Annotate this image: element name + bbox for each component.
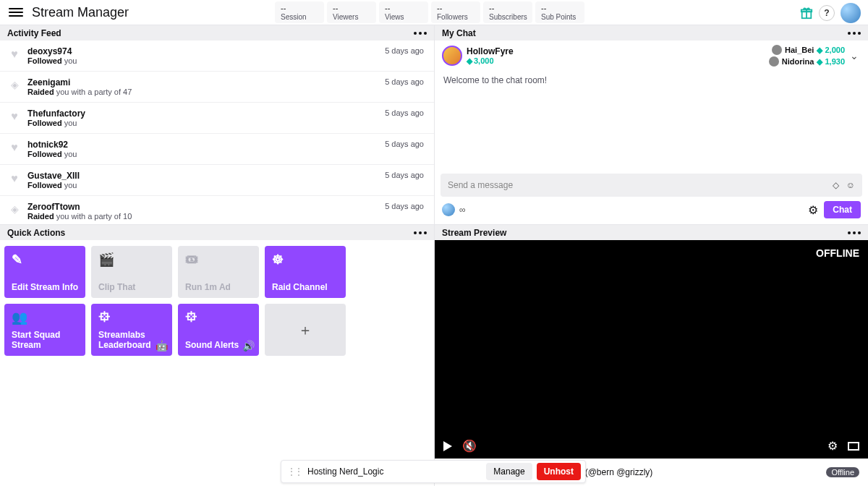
menu-icon[interactable]: [9, 5, 23, 20]
activity-feed: ♥deoxys974Followed you5 days ago ◈Zeenig…: [0, 40, 434, 224]
gift-icon[interactable]: [800, 7, 813, 20]
user-avatar[interactable]: [841, 3, 861, 23]
ticket-icon: 🎟: [185, 252, 252, 265]
raid-icon: ◈: [9, 203, 20, 215]
chat-input[interactable]: Send a message ◇ ☺: [441, 174, 862, 197]
activity-feed-header: Activity Feed: [0, 25, 434, 40]
bits-icon[interactable]: ◇: [833, 180, 839, 190]
feed-item[interactable]: ◈ZeroofTtownRaided you with a party of 1…: [0, 196, 434, 224]
volume-icon[interactable]: 🔇: [462, 439, 477, 453]
quick-actions-header: Quick Actions: [0, 224, 434, 240]
fullscreen-icon[interactable]: [848, 442, 859, 451]
chat-title: My Chat: [442, 28, 476, 38]
chat-current-user[interactable]: HollowFyre ◆ 3,000: [442, 45, 514, 67]
leader-row[interactable]: Nidorina◆ 1,930: [769, 56, 845, 67]
qa-edit-stream-info[interactable]: ✎Edit Stream Info: [4, 246, 85, 298]
stat-views: --Views: [379, 1, 428, 23]
feed-item[interactable]: ◈ZeenigamiRaided you with a party of 475…: [0, 72, 434, 103]
quick-actions: ✎Edit Stream Info 🎬Clip That 🎟Run 1m Ad …: [0, 240, 434, 486]
unhost-button[interactable]: Unhost: [537, 463, 581, 480]
channel-points-avatar[interactable]: [442, 203, 455, 216]
qa-raid-channel[interactable]: ☸Raid Channel: [265, 246, 346, 298]
qa-run-ad[interactable]: 🎟Run 1m Ad: [178, 246, 259, 298]
stat-subpoints: --Sub Points: [535, 1, 584, 23]
feed-item[interactable]: ♥deoxys974Followed you5 days ago: [0, 40, 434, 72]
host-text: Hosting Nerd_Logic: [307, 466, 383, 477]
stat-viewers: --Viewers: [327, 1, 376, 23]
preview-menu[interactable]: [848, 231, 861, 234]
chat-header: My Chat: [435, 25, 868, 40]
chat-user-points: ◆ 3,000: [467, 56, 514, 66]
page-title: Stream Manager: [32, 5, 129, 20]
steering-icon: ☸: [272, 252, 339, 265]
video-player[interactable]: OFFLINE 🔇 ⚙: [435, 240, 868, 459]
qa-streamlabs-leaderboard[interactable]: ⯐Streamlabs Leaderboard🤖: [91, 304, 172, 356]
activity-feed-menu[interactable]: [414, 32, 427, 35]
heart-icon: ♥: [9, 48, 20, 61]
chevron-down-icon[interactable]: ⌄: [848, 50, 861, 61]
offline-label: OFFLINE: [816, 247, 859, 259]
host-bar[interactable]: ⋮⋮ Hosting Nerd_Logic Manage Unhost: [281, 460, 586, 483]
leader-row[interactable]: Hai_Bei◆ 2,000: [772, 45, 845, 55]
chat-messages: Welcome to the chat room!: [435, 71, 868, 174]
stat-subscribers: --Subscribers: [483, 1, 532, 23]
group-icon: 👥: [12, 310, 78, 323]
sound-icon: 🔊: [242, 340, 255, 351]
raid-icon: ◈: [9, 79, 20, 90]
chat-menu[interactable]: [848, 32, 861, 35]
quick-actions-title: Quick Actions: [7, 228, 65, 238]
chat-leaderboard: Hai_Bei◆ 2,000 Nidorina◆ 1,930: [769, 45, 845, 67]
manage-button[interactable]: Manage: [486, 463, 532, 480]
player-settings-icon[interactable]: ⚙: [827, 439, 838, 453]
robot-icon: 🤖: [156, 340, 168, 351]
qa-sound-alerts[interactable]: ⯐Sound Alerts🔊: [178, 304, 259, 356]
stream-preview: OFFLINE 🔇 ⚙ pex. Squad Stream with Twitc…: [435, 240, 868, 486]
emoji-icon[interactable]: ☺: [846, 180, 855, 190]
preview-title: Stream Preview: [442, 228, 506, 238]
qa-clip-that[interactable]: 🎬Clip That: [91, 246, 172, 298]
chat-welcome: Welcome to the chat room!: [443, 75, 859, 85]
qa-squad-stream[interactable]: 👥Start Squad Stream: [4, 304, 85, 356]
heart-icon: ♥: [9, 141, 20, 154]
play-icon[interactable]: [443, 441, 452, 451]
stat-session: --Session: [275, 1, 324, 23]
chat-settings-icon[interactable]: ⚙: [808, 203, 818, 217]
stat-boxes: --Session --Viewers --Views --Followers …: [275, 1, 584, 23]
leader-avatar: [772, 45, 782, 55]
channel-points-value: ∞: [459, 205, 466, 215]
help-button[interactable]: ?: [819, 5, 835, 21]
heart-icon: ♥: [9, 172, 20, 185]
clapper-icon: 🎬: [98, 252, 165, 265]
chat-panel: HollowFyre ◆ 3,000 Hai_Bei◆ 2,000 Nidori…: [435, 40, 868, 224]
chat-user-name: HollowFyre: [467, 46, 514, 56]
header: Stream Manager --Session --Viewers --Vie…: [0, 0, 868, 25]
feed-item[interactable]: ♥hotnick92Followed you5 days ago: [0, 134, 434, 165]
feed-item[interactable]: ♥Gustave_XIIIFollowed you5 days ago: [0, 165, 434, 196]
pencil-icon: ✎: [12, 252, 78, 265]
activity-feed-title: Activity Feed: [7, 28, 61, 38]
drag-handle-icon[interactable]: ⋮⋮: [287, 466, 302, 477]
chat-send-button[interactable]: Chat: [824, 201, 861, 218]
plus-icon: ＋: [298, 320, 312, 340]
feed-item[interactable]: ♥ThefunfactoryFollowed you5 days ago: [0, 103, 434, 134]
quick-actions-menu[interactable]: [414, 231, 427, 234]
extension-icon: ⯐: [185, 310, 252, 323]
chat-user-avatar: [442, 46, 462, 66]
qa-add-action[interactable]: ＋: [265, 304, 346, 356]
offline-badge: Offline: [826, 467, 859, 477]
heart-icon: ♥: [9, 110, 20, 123]
stat-followers: --Followers: [431, 1, 480, 23]
preview-header: Stream Preview: [435, 224, 868, 240]
leader-avatar: [769, 56, 779, 67]
extension-icon: ⯐: [98, 310, 165, 323]
chat-placeholder: Send a message: [448, 180, 513, 190]
